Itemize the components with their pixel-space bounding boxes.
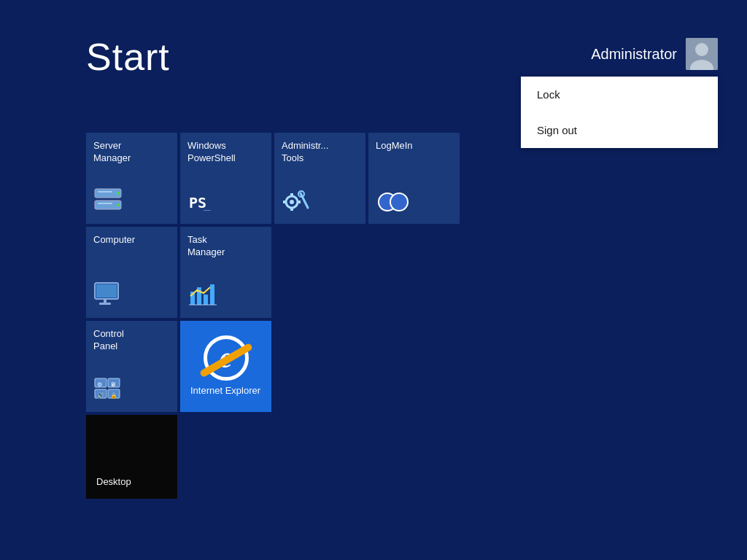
task-manager-icon (187, 281, 264, 311)
tile-computer[interactable]: Computer (86, 227, 177, 318)
svg-rect-27 (204, 295, 208, 305)
user-avatar (686, 38, 718, 70)
server-manager-icon (93, 187, 170, 217)
tile-internet-explorer[interactable]: e Internet Explorer (180, 321, 271, 412)
svg-text:_: _ (204, 197, 211, 211)
svg-text:🖥: 🖥 (110, 381, 116, 388)
tile-label: ServerManager (93, 140, 170, 165)
svg-point-6 (117, 203, 120, 206)
svg-point-1 (695, 43, 708, 56)
svg-point-12 (290, 200, 294, 204)
tile-powershell[interactable]: WindowsPowerShell PS _ (180, 133, 271, 224)
tile-admin-tools[interactable]: Administr...Tools (274, 133, 365, 224)
user-dropdown-menu: Lock Sign out (521, 77, 718, 148)
control-panel-icon: ⚙ 🖥 🔊 🔒 (93, 376, 170, 405)
tile-desktop[interactable]: Desktop (86, 415, 177, 499)
logmein-icon (376, 187, 452, 217)
svg-point-5 (117, 192, 120, 195)
svg-rect-14 (290, 207, 293, 211)
lock-button[interactable]: Lock (521, 77, 718, 112)
svg-rect-8 (98, 203, 112, 204)
signout-button[interactable]: Sign out (521, 112, 718, 148)
powershell-icon: PS _ (187, 187, 264, 217)
svg-rect-15 (283, 201, 287, 203)
tile-label: LogMeIn (376, 140, 452, 152)
svg-rect-13 (290, 193, 293, 197)
svg-rect-16 (297, 201, 301, 203)
tile-label: ControlPanel (93, 328, 170, 353)
tile-label: Desktop (93, 473, 170, 491)
tile-logmein[interactable]: LogMeIn (368, 133, 460, 224)
tile-control-panel[interactable]: ControlPanel ⚙ 🖥 🔊 🔒 (86, 321, 177, 412)
admin-tools-icon (282, 187, 358, 217)
username-label: Administrator (591, 46, 677, 63)
computer-icon (93, 281, 170, 311)
tiles-grid: ServerManager WindowsPowerShell PS _ Adm… (86, 133, 460, 499)
tile-label: Administr...Tools (282, 140, 358, 165)
tile-label: Computer (93, 234, 170, 246)
svg-text:⚙: ⚙ (97, 381, 102, 388)
svg-rect-22 (96, 284, 117, 298)
svg-point-20 (390, 193, 408, 211)
tile-task-manager[interactable]: TaskManager (180, 227, 271, 318)
svg-text:🔊: 🔊 (97, 392, 104, 399)
svg-text:🔒: 🔒 (110, 392, 117, 399)
tile-label: WindowsPowerShell (187, 140, 264, 165)
tile-server-manager[interactable]: ServerManager (86, 133, 177, 224)
svg-rect-28 (210, 284, 214, 305)
user-menu-trigger[interactable]: Administrator (591, 38, 718, 70)
svg-rect-24 (99, 303, 111, 305)
tile-label: TaskManager (187, 234, 264, 259)
tile-label: Internet Explorer (187, 382, 264, 399)
svg-rect-23 (104, 299, 107, 303)
page-title: Start (86, 35, 170, 79)
svg-rect-7 (98, 191, 112, 192)
